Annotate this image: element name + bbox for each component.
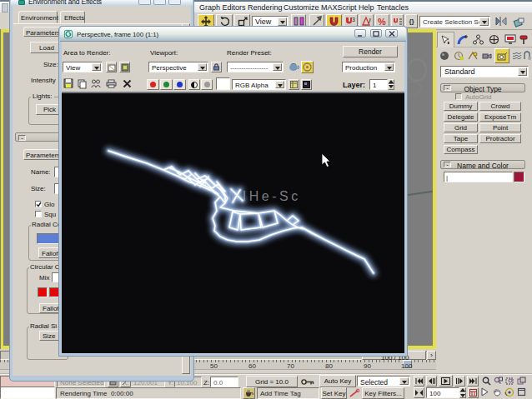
svg-text:3: 3	[352, 17, 355, 22]
svg-text:%: %	[378, 17, 386, 27]
